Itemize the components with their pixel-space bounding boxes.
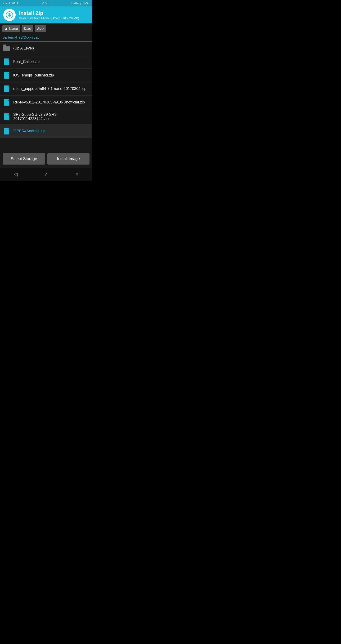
file-name: Font_Calibri.zip [13,60,40,64]
battery-status: Battery: 37% [72,2,89,5]
home-button[interactable]: ⌂ [40,170,53,178]
sort-name-button[interactable]: Name [2,25,20,32]
file-list: (Up A Level) Font_Calibri.zip iOS_emojis… [0,42,92,150]
bottom-buttons: Select Storage Install Image [0,150,92,168]
file-name: open_gapps-arm64-7.1-nano-20170304.zip [13,87,86,91]
header-text: Install Zip Select File from Micro SDCar… [19,10,79,20]
back-icon: ◁ [14,171,18,177]
sort-triangle-icon [5,28,8,30]
sort-bar: Name Date Size [0,24,92,34]
list-item-selected[interactable]: ViPER4Android.zip [0,124,92,138]
list-item[interactable]: RR-N-v5.8.2-20170305-h918-Unofficial.zip [0,96,92,109]
header-title: Install Zip [19,10,79,16]
sort-date-button[interactable]: Date [22,25,34,32]
zip-file-icon [3,99,10,106]
cpu-status: CPU: 26 °C [3,2,19,5]
nav-bar: ◁ ⌂ ≡ [0,168,92,181]
list-item[interactable]: open_gapps-arm64-7.1-nano-20170304.zip [0,82,92,96]
install-image-button[interactable]: Install Image [47,153,90,164]
list-spacer [0,138,92,150]
time-status: 6:53 [42,2,48,5]
zip-file-icon [3,128,10,134]
menu-button[interactable]: ≡ [71,170,83,178]
file-name-selected: ViPER4Android.zip [13,129,46,133]
list-item[interactable]: iOS_emojis_outlined.zip [0,69,92,82]
zip-file-icon [3,114,10,120]
current-path: /external_sd/Download [3,35,40,39]
file-name: SR3-SuperSU-v2.79-SR3-20170114223742.zip [13,112,89,121]
menu-icon: ≡ [76,171,78,177]
back-button[interactable]: ◁ [9,170,22,178]
home-icon: ⌂ [45,171,48,177]
list-item[interactable]: (Up A Level) [0,42,92,55]
select-storage-button[interactable]: Select Storage [3,153,45,164]
status-bar: CPU: 26 °C 6:53 Battery: 37% [0,0,92,6]
zip-file-icon [3,72,10,78]
sort-size-button[interactable]: Size [35,25,46,32]
file-name: iOS_emojis_outlined.zip [13,73,54,78]
file-name: RR-N-v5.8.2-20170305-h918-Unofficial.zip [13,100,85,104]
header: Install Zip Select File from Micro SDCar… [0,6,92,24]
list-item[interactable]: SR3-SuperSU-v2.79-SR3-20170114223742.zip [0,109,92,124]
file-name: (Up A Level) [13,46,34,50]
zip-file-icon [3,86,10,92]
header-subtitle: Select File from Micro SDCard (108228 MB… [19,16,79,20]
app-icon [3,9,16,21]
list-item[interactable]: Font_Calibri.zip [0,55,92,69]
zip-file-icon [3,58,10,65]
path-bar: /external_sd/Download [0,34,92,42]
folder-icon [3,45,10,52]
